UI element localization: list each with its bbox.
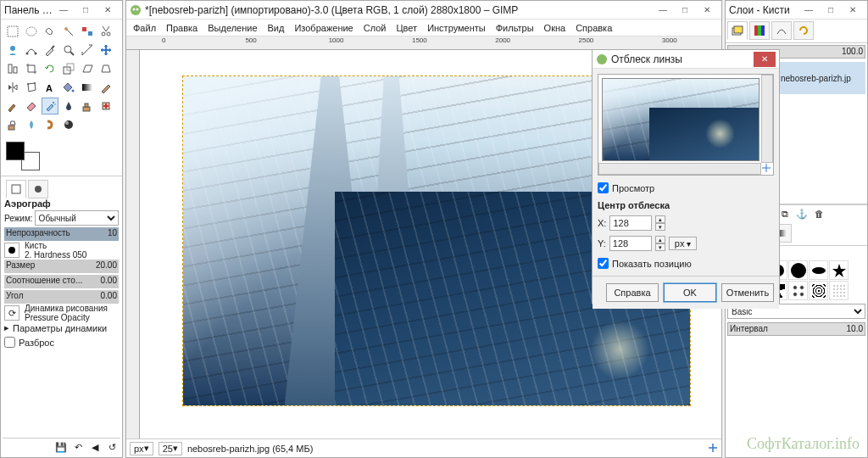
x-up[interactable]: ▴	[655, 215, 665, 223]
brush-item[interactable]	[788, 260, 808, 280]
show-position-checkbox[interactable]	[598, 258, 609, 269]
menu-colors[interactable]: Цвет	[396, 23, 417, 33]
perspective-clone-tool[interactable]	[4, 116, 21, 133]
ok-button[interactable]: OK	[664, 283, 716, 302]
brush-item[interactable]	[809, 260, 828, 280]
brush-preview[interactable]	[4, 243, 19, 258]
text-tool[interactable]: A	[42, 79, 58, 96]
dynamics-icon[interactable]: ⟳	[4, 305, 19, 321]
brush-item[interactable]	[829, 260, 849, 280]
brushes-tab[interactable]	[28, 180, 48, 198]
blur-tool[interactable]	[23, 116, 40, 133]
scale-tool[interactable]	[60, 60, 77, 77]
zoom-select[interactable]: 25 ▾	[159, 442, 182, 455]
menu-help[interactable]: Справка	[576, 23, 612, 33]
preview-area[interactable]	[598, 74, 774, 176]
brush-item[interactable]	[809, 281, 828, 300]
foreground-select-tool[interactable]	[4, 42, 21, 59]
bucket-fill-tool[interactable]	[60, 79, 77, 96]
menu-edit[interactable]: Правка	[166, 23, 198, 33]
size-slider[interactable]: Размер20.00	[4, 260, 119, 273]
scissors-tool[interactable]	[97, 23, 114, 40]
close-button[interactable]: ✕	[754, 52, 776, 67]
anchor-layer-icon[interactable]: ⚓	[795, 207, 809, 221]
dodge-burn-tool[interactable]	[60, 116, 77, 133]
perspective-tool[interactable]	[97, 60, 114, 77]
unit-select[interactable]: px ▾	[130, 442, 153, 455]
eraser-tool[interactable]	[23, 98, 40, 114]
maximize-button[interactable]: □	[820, 3, 842, 18]
channels-tab[interactable]	[749, 21, 770, 40]
y-up[interactable]: ▴	[655, 236, 665, 243]
aspect-slider[interactable]: Соотношение сто...0.00	[4, 275, 119, 288]
restore-preset-icon[interactable]: ↶	[71, 440, 85, 454]
zoom-tool[interactable]	[60, 42, 77, 59]
paths-tool[interactable]	[23, 42, 40, 59]
blend-tool[interactable]	[79, 79, 96, 96]
minimize-button[interactable]: —	[798, 3, 820, 18]
minimize-button[interactable]: —	[652, 3, 674, 18]
mode-select[interactable]: Обычный	[35, 210, 119, 226]
menu-tools[interactable]: Инструменты	[427, 23, 486, 33]
heal-tool[interactable]	[97, 98, 114, 114]
nav-move-icon[interactable]	[761, 163, 773, 175]
fuzzy-select-tool[interactable]	[60, 23, 77, 40]
preview-scroll-v[interactable]	[761, 75, 773, 163]
smudge-tool[interactable]	[42, 116, 58, 133]
close-button[interactable]: ✕	[97, 3, 119, 18]
flip-tool[interactable]	[4, 79, 21, 96]
paths-tab[interactable]	[771, 21, 792, 40]
y-input[interactable]	[609, 236, 652, 251]
duplicate-layer-icon[interactable]: ⧉	[778, 207, 792, 221]
unit-select[interactable]: px ▾	[669, 237, 697, 250]
cage-tool[interactable]	[23, 79, 40, 96]
brush-item[interactable]	[788, 281, 808, 300]
shear-tool[interactable]	[79, 60, 96, 77]
maximize-button[interactable]: □	[75, 3, 97, 18]
menu-layer[interactable]: Слой	[364, 23, 387, 33]
paintbrush-tool[interactable]	[4, 98, 21, 114]
menu-select[interactable]: Выделение	[208, 23, 257, 33]
x-input[interactable]	[609, 215, 652, 231]
menu-image[interactable]: Изображение	[294, 23, 353, 33]
minimize-button[interactable]: —	[53, 3, 75, 18]
color-swatches[interactable]	[6, 142, 40, 170]
reset-icon[interactable]: ↺	[105, 440, 119, 454]
measure-tool[interactable]	[79, 42, 96, 59]
tool-options-tab[interactable]	[6, 180, 26, 198]
menu-view[interactable]: Вид	[268, 23, 285, 33]
rect-select-tool[interactable]	[4, 23, 21, 40]
ink-tool[interactable]	[60, 98, 77, 114]
undo-tab[interactable]	[793, 21, 814, 40]
airbrush-tool[interactable]	[42, 98, 58, 114]
preview-checkbox[interactable]	[598, 182, 609, 193]
free-select-tool[interactable]	[42, 23, 58, 40]
angle-slider[interactable]: Угол0.00	[4, 290, 119, 304]
nav-move-icon[interactable]	[708, 443, 718, 455]
clone-tool[interactable]	[79, 98, 96, 114]
spacing-slider[interactable]: Интервал10.0	[727, 322, 865, 336]
delete-layer-icon[interactable]: 🗑	[812, 207, 826, 221]
close-button[interactable]: ✕	[696, 3, 718, 18]
help-button[interactable]: Справка	[606, 283, 659, 302]
delete-preset-icon[interactable]: ◀	[88, 440, 102, 454]
color-picker-tool[interactable]	[42, 42, 58, 59]
by-color-select-tool[interactable]	[79, 23, 96, 40]
menu-windows[interactable]: Окна	[544, 23, 566, 33]
cancel-button[interactable]: Отменить	[721, 283, 774, 302]
move-tool[interactable]	[97, 42, 114, 59]
ellipse-select-tool[interactable]	[23, 23, 40, 40]
rotate-tool[interactable]	[42, 60, 58, 77]
expand-icon[interactable]: ▸	[4, 322, 9, 333]
align-tool[interactable]	[4, 60, 21, 77]
close-button[interactable]: ✕	[842, 3, 864, 18]
save-preset-icon[interactable]: 💾	[54, 440, 68, 454]
scatter-checkbox[interactable]	[4, 337, 15, 348]
menu-filters[interactable]: Фильтры	[496, 23, 534, 33]
layers-tab[interactable]	[727, 21, 748, 40]
pencil-tool[interactable]	[97, 79, 114, 96]
opacity-slider[interactable]: Непрозрачность10	[4, 227, 119, 241]
ruler-horizontal[interactable]: 0 500 1000 1500 2000 2500 3000	[126, 36, 721, 50]
y-down[interactable]: ▾	[655, 243, 665, 251]
preview-scroll-h[interactable]	[598, 163, 761, 175]
